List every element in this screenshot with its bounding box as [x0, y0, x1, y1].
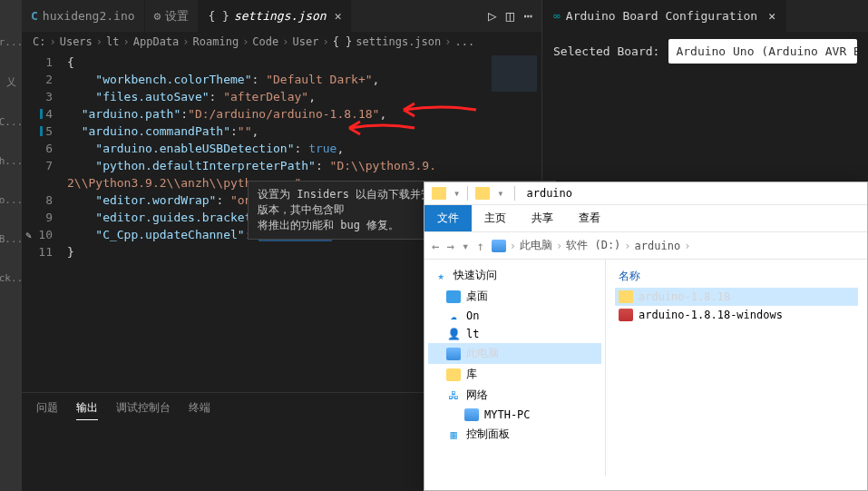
- arduino-icon: ∞: [553, 9, 561, 23]
- window-title: arduino: [526, 187, 572, 200]
- list-item-folder[interactable]: arduino-1.8.18: [615, 288, 858, 306]
- explorer-navbar: ← → ▾ ↑ › 此电脑› 软件 (D:)› arduino›: [424, 232, 867, 260]
- user-icon: 👤: [446, 328, 461, 340]
- editor-toolbar: ▷ ◫ ⋯: [488, 0, 541, 32]
- tree-network[interactable]: 🖧网络: [428, 385, 601, 406]
- tree-control-panel[interactable]: ▦控制面板: [428, 424, 601, 445]
- explorer-file-list[interactable]: 名称 arduino-1.8.18 arduino-1.8.18-windows: [606, 260, 867, 476]
- ribbon-tab-view[interactable]: 查看: [566, 205, 613, 231]
- tree-libraries[interactable]: 库: [428, 364, 601, 385]
- tree-quick-access[interactable]: ★快速访问: [428, 265, 601, 286]
- explorer-titlebar[interactable]: ▾ ▾ arduino: [424, 182, 867, 205]
- split-icon[interactable]: ◫: [506, 7, 515, 25]
- explorer-ribbon: 文件 主页 共享 查看: [424, 205, 867, 232]
- star-icon: ★: [434, 270, 448, 282]
- close-icon[interactable]: ✕: [768, 9, 775, 23]
- activity-bar: r... 乂 C... h... o... B... ck..: [0, 0, 22, 491]
- ribbon-tab-file[interactable]: 文件: [424, 205, 472, 231]
- panel-tab-terminal[interactable]: 终端: [189, 400, 210, 420]
- address-bar[interactable]: › 此电脑› 软件 (D:)› arduino›: [492, 238, 691, 253]
- pc-icon: [464, 408, 479, 421]
- qat-down-icon[interactable]: ▾: [454, 187, 460, 200]
- tab-label: Arduino Board Configuration: [566, 9, 757, 23]
- braces-icon: { }: [208, 9, 229, 23]
- panel-tab-output[interactable]: 输出: [76, 400, 98, 420]
- column-header-name[interactable]: 名称: [615, 265, 858, 288]
- activity-item[interactable]: ck..: [0, 272, 23, 284]
- line-gutter: 1 2 3 4 5 6 7 8 9 ✎10 11: [22, 52, 67, 392]
- folder-icon: [475, 187, 490, 200]
- list-item-exe[interactable]: arduino-1.8.18-windows: [615, 306, 858, 324]
- nav-back-icon[interactable]: ←: [432, 239, 439, 253]
- board-select[interactable]: Arduino Uno (Arduino AVR Board: [668, 39, 857, 64]
- explorer-tree[interactable]: ★快速访问 桌面 ☁On 👤lt 此电脑 库 🖧网络 MYTH-PC ▦控制面板: [424, 260, 606, 476]
- desktop-icon: [446, 290, 461, 303]
- activity-item[interactable]: C...: [0, 116, 23, 128]
- more-icon[interactable]: ⋯: [523, 7, 532, 25]
- tab-label: 设置: [165, 8, 189, 25]
- run-icon[interactable]: ▷: [488, 7, 497, 25]
- control-panel-icon: ▦: [446, 428, 461, 441]
- nav-recent-icon[interactable]: ▾: [462, 239, 469, 253]
- ribbon-tab-home[interactable]: 主页: [472, 205, 519, 231]
- tree-user[interactable]: 👤lt: [428, 325, 601, 343]
- tree-onedrive[interactable]: ☁On: [428, 307, 601, 325]
- minimap[interactable]: [487, 52, 541, 142]
- tree-this-pc[interactable]: 此电脑: [428, 343, 601, 364]
- close-icon[interactable]: ✕: [335, 9, 342, 23]
- tab-bar: C huxideng2.ino ⚙ 设置 { } settings.json ✕…: [22, 0, 541, 32]
- tab-huxideng2[interactable]: C huxideng2.ino: [22, 0, 145, 32]
- activity-item[interactable]: o...: [0, 194, 23, 206]
- activity-item[interactable]: 乂: [6, 75, 16, 89]
- pc-icon: [492, 240, 506, 252]
- braces-icon: { }: [333, 35, 353, 48]
- cpp-icon: C: [31, 9, 38, 23]
- panel-tab-problems[interactable]: 问题: [36, 400, 58, 420]
- pencil-icon[interactable]: ✎: [25, 227, 32, 244]
- activity-item[interactable]: r...: [0, 36, 23, 48]
- tab-settings-json[interactable]: { } settings.json ✕: [199, 0, 351, 32]
- panel-tab-debug[interactable]: 调试控制台: [116, 400, 171, 420]
- file-explorer-window[interactable]: ▾ ▾ arduino 文件 主页 共享 查看 ← → ▾ ↑ › 此电脑› 软…: [424, 182, 868, 491]
- nav-up-icon[interactable]: ↑: [476, 239, 483, 253]
- tree-network-pc[interactable]: MYTH-PC: [428, 406, 601, 424]
- folder-icon: [432, 187, 446, 200]
- nav-forward-icon[interactable]: →: [446, 239, 454, 253]
- selected-board-label: Selected Board:: [553, 44, 659, 58]
- exe-icon: [619, 309, 633, 321]
- pc-icon: [446, 348, 461, 360]
- folder-icon: [619, 290, 633, 303]
- activity-item[interactable]: B...: [0, 233, 23, 245]
- gear-icon: ⚙: [154, 9, 161, 23]
- cloud-icon: ☁: [446, 309, 461, 322]
- library-icon: [446, 368, 461, 381]
- tab-settings-gear[interactable]: ⚙ 设置: [145, 0, 200, 32]
- tab-label: huxideng2.ino: [43, 9, 135, 23]
- tab-arduino-config[interactable]: ∞ Arduino Board Configuration ✕: [542, 0, 786, 32]
- dropdown-icon[interactable]: ▾: [497, 187, 503, 200]
- tree-desktop[interactable]: 桌面: [428, 286, 601, 307]
- tab-label: settings.json: [234, 9, 327, 23]
- activity-item[interactable]: h...: [0, 155, 23, 167]
- ribbon-tab-share[interactable]: 共享: [519, 205, 566, 231]
- breadcrumb[interactable]: C:› Users› lt› AppData› Roaming› Code› U…: [22, 32, 541, 52]
- network-icon: 🖧: [446, 389, 461, 402]
